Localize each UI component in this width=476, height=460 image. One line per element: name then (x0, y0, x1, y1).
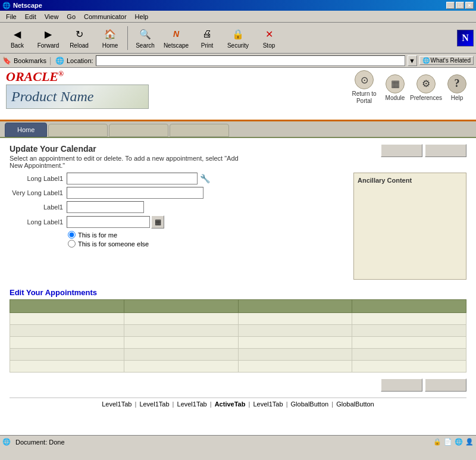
print-button[interactable]: 🖨 Print (192, 24, 222, 52)
whats-related-icon: 🌐 (422, 57, 430, 64)
location-separator: │ (49, 57, 53, 64)
radio-for-someone-else-input[interactable] (68, 240, 76, 248)
form-row-very-long-label1: Very Long Label1 (10, 187, 347, 199)
menu-view[interactable]: View (41, 12, 62, 21)
netscape-button[interactable]: N Netscape (161, 24, 191, 52)
back-icon: ◀ (10, 27, 24, 41)
module-button[interactable]: ▦ Module (382, 74, 408, 101)
forward-button[interactable]: ▶ Forward (33, 24, 63, 52)
menu-edit[interactable]: Edit (21, 12, 40, 21)
top-button-1[interactable] (381, 144, 422, 157)
oracle-logo-area: ORACLE® Product Name (6, 70, 149, 109)
security-label: Security (227, 42, 249, 49)
window-title-bar: 🌐 Netscape _ □ × (0, 0, 476, 11)
top-button-2[interactable] (425, 144, 466, 157)
form-row-label1: Label1 (10, 201, 347, 213)
browser-logo-small: 🌐 (2, 2, 11, 10)
menu-go[interactable]: Go (63, 12, 79, 21)
edit-section: Edit Your Appointments (10, 288, 466, 373)
long-label1-cal-input[interactable] (67, 216, 150, 228)
security-icon: 🔒 (231, 27, 245, 41)
table-cell (124, 313, 238, 325)
long-label1-input[interactable] (67, 173, 198, 184)
table-header-col4 (352, 300, 466, 313)
menu-bar: File Edit View Go Communicator Help (0, 11, 476, 23)
netscape-logo: N (457, 30, 474, 46)
edit-section-title: Edit Your Appointments (10, 288, 466, 297)
top-buttons (381, 144, 466, 157)
preferences-button[interactable]: ⚙ Preferences (413, 74, 439, 101)
status-icon-3: 🌐 (455, 438, 463, 446)
oracle-logo-text: ORACLE (6, 69, 58, 84)
table-cell (238, 313, 352, 325)
toolbar: ◀ Back ▶ Forward ↻ Reload 🏠 Home 🔍 Searc… (0, 23, 476, 54)
very-long-label1-input[interactable] (67, 187, 203, 199)
table-row (10, 313, 466, 325)
tab-4[interactable] (170, 124, 229, 137)
footer-link-3[interactable]: Level1Tab (177, 400, 207, 408)
status-bar: 🌐 Document: Done 🔒 📄 🌐 👤 (0, 435, 476, 448)
return-portal-button[interactable]: ⊙ Return toPortal (351, 70, 377, 105)
appointments-table (10, 299, 466, 373)
footer-link-active[interactable]: ActiveTab (215, 400, 246, 408)
stop-button[interactable]: ✕ Stop (254, 24, 284, 52)
reload-button[interactable]: ↻ Reload (64, 24, 94, 52)
bottom-button-1[interactable] (381, 378, 422, 392)
help-icon: ? (447, 74, 466, 93)
page-title-block: Update Your Calendar Select an appointme… (10, 144, 248, 169)
page-description: Select an appointment to edit or delete.… (10, 155, 248, 169)
header-nav: ⊙ Return toPortal ▦ Module ⚙ Preferences… (351, 70, 470, 105)
page-title-area: Update Your Calendar Select an appointme… (10, 144, 466, 169)
bookmarks-icon: 🔖 (2, 57, 11, 65)
window-controls[interactable]: _ □ × (446, 2, 474, 9)
menu-file[interactable]: File (2, 12, 20, 21)
bottom-button-2[interactable] (425, 378, 466, 392)
menu-communicator[interactable]: Communicator (80, 12, 130, 21)
maximize-button[interactable]: □ (456, 2, 464, 9)
status-icon-1: 🔒 (433, 438, 441, 446)
radio-for-me-label: This is for me (78, 231, 117, 239)
location-label: Location: (67, 57, 93, 64)
tab-2[interactable] (48, 124, 108, 137)
table-header-col1 (10, 300, 124, 313)
field-label-long1: Long Label1 (10, 175, 63, 182)
label1-input[interactable] (67, 201, 144, 213)
long-label1-cal-group: ▦ (67, 215, 164, 229)
security-button[interactable]: 🔒 Security (223, 24, 253, 52)
radio-for-someone-else: This is for someone else (68, 240, 347, 248)
radio-for-me-input[interactable] (68, 231, 76, 239)
whats-related-button[interactable]: 🌐 What's Related (419, 56, 474, 65)
minimize-button[interactable]: _ (446, 2, 455, 9)
footer-link-5[interactable]: Level1Tab (253, 400, 283, 408)
preferences-label: Preferences (410, 95, 442, 101)
search-icon-btn-1[interactable]: 🔧 (199, 173, 211, 184)
footer-global-btn-2[interactable]: GlobalButton (336, 400, 374, 408)
table-cell (352, 337, 466, 349)
location-dropdown[interactable]: ▼ (408, 55, 417, 66)
reload-label: Reload (70, 42, 89, 49)
close-button[interactable]: × (465, 2, 474, 9)
home-button[interactable]: 🏠 Home (95, 24, 125, 52)
search-button[interactable]: 🔍 Search (130, 24, 160, 52)
table-cell (10, 325, 124, 337)
menu-help[interactable]: Help (131, 12, 152, 21)
form-ancillary-layout: Long Label1 🔧 Very Long Label1 Label1 (10, 173, 466, 280)
table-cell (124, 337, 238, 349)
long-label1-input-group: 🔧 (67, 173, 211, 184)
back-button[interactable]: ◀ Back (2, 24, 32, 52)
footer-global-btn-1[interactable]: GlobalButton (291, 400, 329, 408)
location-input[interactable] (96, 55, 405, 66)
status-text: Document: Done (15, 439, 65, 446)
table-cell (10, 337, 124, 349)
footer-link-2[interactable]: Level1Tab (139, 400, 169, 408)
search-icon: 🔍 (138, 27, 152, 41)
calendar-icon-btn[interactable]: ▦ (151, 215, 164, 229)
tab-home[interactable]: Home (5, 123, 47, 137)
footer-link-1[interactable]: Level1Tab (102, 400, 131, 408)
help-button[interactable]: ? Help (444, 74, 470, 101)
radio-for-someone-else-label: This is for someone else (78, 240, 149, 248)
radio-for-me: This is for me (68, 231, 347, 239)
home-icon: 🏠 (103, 27, 117, 41)
bookmarks-label[interactable]: Bookmarks (14, 57, 46, 64)
tab-3[interactable] (109, 124, 168, 137)
